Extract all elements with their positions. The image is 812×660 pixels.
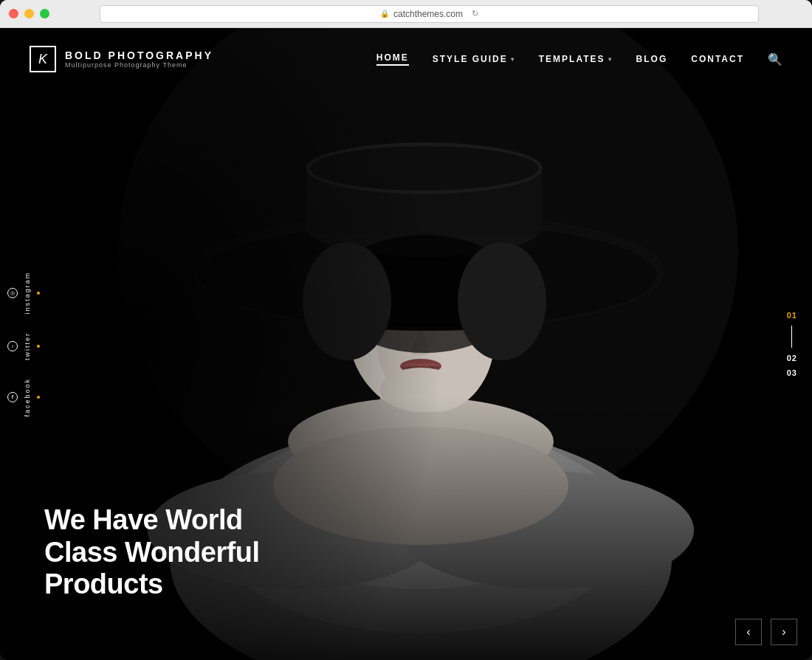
- slide-num-2[interactable]: 02: [787, 354, 797, 362]
- social-sidebar: ◎ instagram t twitter f facebook: [0, 263, 47, 425]
- nav-item-contact[interactable]: CONTACT: [691, 54, 744, 64]
- refresh-icon: ↻: [472, 9, 478, 18]
- hero-text: We Have World Class Wonder­ful Products: [44, 504, 310, 601]
- nav-item-style-guide[interactable]: STYLE GUIDE ▾: [433, 54, 515, 64]
- logo-title: BOLD PHOTOGRAPHY: [65, 49, 213, 61]
- site-header: K BOLD PHOTOGRAPHY Multipurpose Photogra…: [0, 28, 812, 90]
- social-dot: [37, 292, 40, 295]
- hero-title: We Have World Class Wonder­ful Products: [44, 504, 310, 601]
- slide-line: [791, 326, 792, 348]
- search-icon[interactable]: 🔍: [768, 52, 782, 66]
- site-content: K BOLD PHOTOGRAPHY Multipurpose Photogra…: [0, 28, 812, 660]
- browser-window: 🔒 catchthemes.com ↻: [0, 0, 812, 660]
- logo-text: BOLD PHOTOGRAPHY Multipurpose Photograph…: [65, 49, 213, 69]
- titlebar: 🔒 catchthemes.com ↻: [0, 0, 812, 28]
- slide-num-1[interactable]: 01: [787, 311, 797, 320]
- nav-arrows: ‹ ›: [735, 619, 797, 645]
- logo-subtitle: Multipurpose Photography Theme: [65, 61, 213, 69]
- twitter-icon: t: [7, 340, 18, 351]
- slide-indicators: 01 02 03: [787, 311, 797, 377]
- instagram-icon: ◎: [7, 288, 18, 298]
- prev-arrow-button[interactable]: ‹: [735, 619, 762, 645]
- slide-num-3[interactable]: 03: [787, 368, 797, 377]
- social-dot: [37, 344, 40, 347]
- nav-item-blog[interactable]: BLOG: [636, 54, 668, 64]
- logo[interactable]: K BOLD PHOTOGRAPHY Multipurpose Photogra…: [30, 46, 213, 72]
- url-bar[interactable]: 🔒 catchthemes.com ↻: [100, 5, 759, 23]
- nav-item-home[interactable]: HOME: [376, 52, 409, 66]
- logo-letter: K: [38, 52, 47, 67]
- social-item-twitter[interactable]: t twitter: [0, 323, 47, 368]
- minimize-button[interactable]: [24, 9, 34, 18]
- social-item-facebook[interactable]: f facebook: [0, 369, 47, 426]
- social-label-facebook: facebook: [24, 378, 31, 417]
- nav-item-templates[interactable]: TEMPLATES ▾: [539, 54, 613, 64]
- social-dot: [37, 396, 40, 399]
- close-button[interactable]: [9, 9, 18, 18]
- maximize-button[interactable]: [40, 9, 49, 18]
- social-label-twitter: twitter: [24, 331, 31, 360]
- chevron-down-icon: ▾: [511, 56, 515, 63]
- facebook-icon: f: [7, 392, 18, 402]
- svg-point-25: [458, 242, 546, 360]
- lock-icon: 🔒: [380, 10, 389, 18]
- next-arrow-button[interactable]: ›: [771, 619, 797, 645]
- chevron-down-icon: ▾: [608, 56, 613, 63]
- social-label-instagram: instagram: [24, 272, 31, 314]
- url-text: catchthemes.com: [393, 9, 463, 19]
- social-item-instagram[interactable]: ◎ instagram: [0, 263, 47, 323]
- logo-icon: K: [30, 46, 56, 72]
- site-nav: HOME STYLE GUIDE ▾ TEMPLATES ▾ BLOG CONT…: [376, 52, 782, 66]
